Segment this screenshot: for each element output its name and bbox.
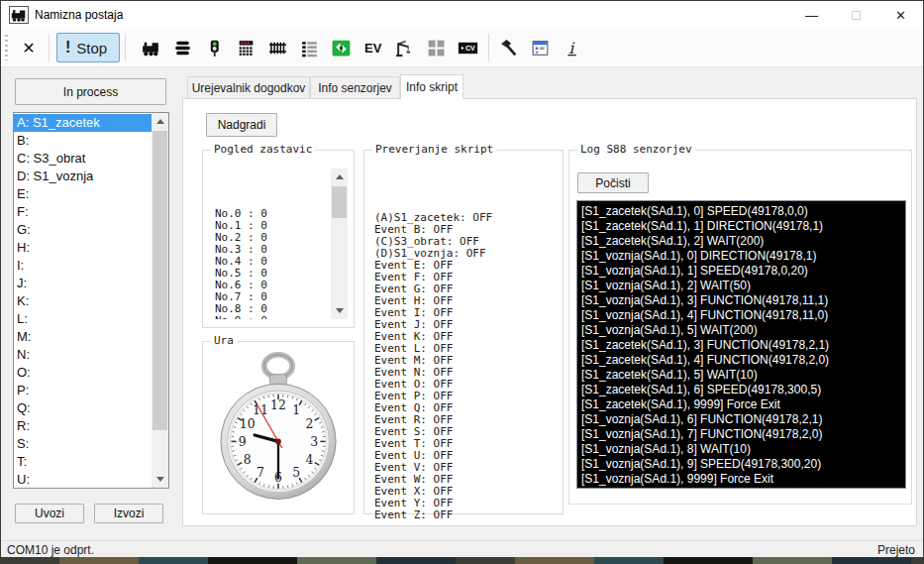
log-row: [S1_voznja(SAd.1), 5] WAIT(200) — [581, 323, 905, 338]
log-row: [S1_zacetek(SAd.1), 2] WAIT(200) — [581, 234, 905, 249]
signal-icon[interactable] — [204, 38, 225, 58]
keypad-icon[interactable] — [236, 38, 257, 58]
dialog-window-icon[interactable] — [530, 38, 551, 58]
minimize-button[interactable]: — — [789, 1, 834, 29]
script-slot-item[interactable]: O: — [14, 364, 152, 382]
script-slot-item[interactable]: N: — [14, 346, 152, 364]
log-row: [S1_voznja(SAd.1), 9] SPEED(49178,300,20… — [581, 457, 905, 472]
script-slot-item[interactable]: E: — [14, 185, 152, 203]
flags-group: Pogled zastavic No.0 : 0No.1 : 0No.2 : 0… — [202, 150, 355, 328]
log-row: [S1_voznja(SAd.1), 2] WAIT(50) — [581, 279, 905, 293]
script-slot-item[interactable]: B: — [14, 132, 152, 150]
scroll-up-icon[interactable] — [152, 113, 168, 130]
svg-text:7: 7 — [257, 466, 264, 480]
close-button[interactable]: ✕ — [878, 1, 923, 29]
cv-programming-icon[interactable]: CV — [458, 38, 478, 58]
svg-text:1: 1 — [292, 403, 300, 417]
toolbar-separator — [49, 34, 50, 61]
app-train-icon — [9, 6, 29, 24]
flags-scrollbar[interactable] — [331, 169, 348, 319]
exclamation-icon: ! — [65, 39, 70, 56]
info-icon[interactable]: i — [562, 38, 582, 58]
script-list-scrollbar[interactable] — [152, 113, 168, 488]
toolbar-separator — [125, 34, 126, 61]
script-slot-item[interactable]: G: — [14, 221, 152, 239]
scroll-up-icon[interactable] — [331, 169, 348, 185]
script-slot-item[interactable]: T: — [14, 453, 152, 471]
ev-icon[interactable]: EV — [362, 38, 383, 58]
toolbar-grip[interactable] — [5, 35, 8, 60]
script-slot-item[interactable]: H: — [14, 239, 152, 257]
svg-text:10: 10 — [240, 417, 256, 431]
status-received: Prejeto — [877, 543, 915, 557]
status-bar: COM10 je odprt. Prejeto — [1, 540, 923, 558]
scroll-down-icon[interactable] — [152, 471, 168, 488]
script-slot-item[interactable]: P: — [14, 382, 152, 399]
log-row: [S1_voznja(SAd.1), 6] FUNCTION(49178,2,1… — [581, 412, 905, 427]
scrollbar-thumb[interactable] — [153, 131, 167, 430]
flags-group-title: Pogled zastavic — [211, 143, 315, 156]
toolbar: ✕ ! Stop — [1, 29, 923, 67]
script-slot-item[interactable]: Q: — [14, 399, 152, 417]
log-row: [S1_voznja(SAd.1), 8] WAIT(10) — [581, 442, 905, 457]
tab-info-skript[interactable]: Info skript — [400, 74, 463, 99]
disconnect-icon[interactable]: ✕ — [14, 33, 44, 62]
track-icon[interactable] — [267, 38, 288, 58]
toolbar-separator — [488, 34, 489, 61]
tab-info-senzorjev[interactable]: Info senzorjev — [310, 76, 400, 99]
script-slot-item[interactable]: R: — [14, 417, 152, 435]
in-process-button[interactable]: In process — [15, 78, 166, 105]
log-row: [S1_zacetek(SAd.1), 3] FUNCTION(49178,2,… — [581, 338, 905, 353]
locomotive-icon[interactable] — [141, 38, 161, 58]
tab-urejevalnik-dogodkov[interactable]: Urejevalnik dogodkov — [187, 76, 310, 99]
script-slot-list[interactable]: A: S1_zacetekB:C: S3_obratD: S1_voznjaE:… — [13, 112, 169, 489]
script-slot-item[interactable]: U: — [14, 471, 152, 489]
log-row: [S1_zacetek(SAd.1), 4] FUNCTION(49178,2,… — [581, 353, 905, 368]
window-title: Namizna postaja — [35, 8, 123, 22]
title-bar: Namizna postaja — ✕ — [1, 1, 923, 29]
scroll-down-icon[interactable] — [331, 302, 348, 319]
hammer-icon[interactable] — [498, 38, 519, 58]
script-slot-item[interactable]: C: S3_obrat — [14, 150, 152, 168]
script-slot-item[interactable]: K: — [14, 292, 152, 310]
clear-log-button[interactable]: Počisti — [577, 172, 649, 193]
script-slot-item[interactable]: I: — [14, 257, 152, 275]
svg-text:12: 12 — [270, 398, 286, 412]
script-slot-rows: A: S1_zacetekB:C: S3_obratD: S1_voznjaE:… — [14, 114, 152, 489]
log-row: [S1_zacetek(SAd.1), 0] SPEED(49178,0,0) — [581, 204, 905, 219]
svg-text:4: 4 — [305, 453, 313, 467]
log-row: [S1_zacetek(SAd.1), 5] WAIT(10) — [581, 368, 905, 383]
script-slot-item[interactable]: J: — [14, 275, 152, 292]
script-slot-item[interactable]: D: S1_voznja — [14, 168, 152, 185]
script-slot-item[interactable]: F: — [14, 203, 152, 221]
stop-button[interactable]: ! Stop — [56, 33, 120, 62]
svg-text:i: i — [569, 38, 576, 56]
layout-icon[interactable] — [426, 38, 447, 58]
script-slot-item[interactable]: S: — [14, 435, 152, 453]
log-row: [S1_voznja(SAd.1), 0] DIRECTION(49178,1) — [581, 249, 905, 264]
script-slot-item[interactable]: M: — [14, 328, 152, 346]
list-icon[interactable] — [299, 38, 320, 58]
svg-text:5: 5 — [292, 466, 300, 480]
stop-button-label: Stop — [76, 40, 107, 56]
export-button[interactable]: Izvozi — [94, 504, 163, 523]
app-window: Namizna postaja — ✕ ✕ ! Stop — [0, 0, 924, 557]
script-slot-item[interactable]: A: S1_zacetek — [14, 114, 152, 132]
script-check-row: Event Z: OFF — [374, 509, 492, 521]
maximize-button — [834, 1, 878, 29]
svg-text:9: 9 — [239, 435, 247, 449]
s88-module-icon[interactable] — [331, 38, 352, 58]
log-output[interactable]: [S1_zacetek(SAd.1), 0] SPEED(49178,0,0)[… — [576, 200, 906, 489]
crane-icon[interactable] — [394, 38, 415, 58]
wagons-icon[interactable] — [172, 38, 193, 58]
script-slot-item[interactable]: L: — [14, 310, 152, 328]
log-row: [S1_zacetek(SAd.1), 9999] Force Exit — [581, 397, 905, 412]
pocket-watch: 123456789101112 — [209, 350, 348, 508]
flags-list[interactable]: No.0 : 0No.1 : 0No.2 : 0No.3 : 0No.4 : 0… — [213, 169, 348, 319]
log-row: [S1_voznja(SAd.1), 7] FUNCTION(49178,2,0… — [581, 427, 905, 442]
scrollbar-thumb[interactable] — [332, 186, 347, 218]
status-com-port: COM10 je odprt. — [7, 543, 94, 557]
svg-text:3: 3 — [310, 435, 318, 449]
upgrade-button[interactable]: Nadgradi — [206, 113, 277, 137]
import-button[interactable]: Uvozi — [15, 504, 84, 523]
